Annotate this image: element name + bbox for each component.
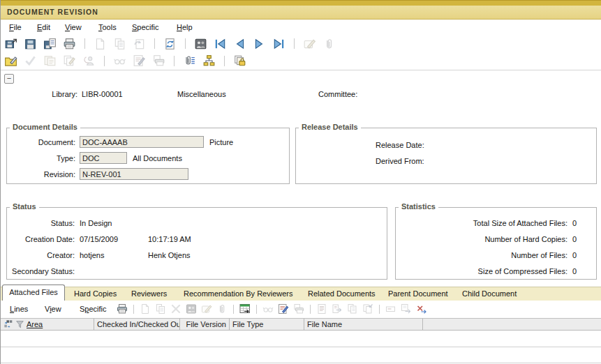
- list-item-icon[interactable]: [385, 303, 396, 314]
- unlink-icon[interactable]: [416, 303, 427, 314]
- document-revision-window: DOCUMENT REVISION File Edit View Tools S…: [0, 0, 601, 364]
- first-record-icon[interactable]: [214, 38, 227, 50]
- attached-files-table-header: Area Checked In/Checked Out File Version…: [1, 318, 601, 331]
- export-icon[interactable]: [401, 303, 412, 314]
- record-pivot-icon[interactable]: [3, 319, 14, 329]
- type-input[interactable]: [80, 152, 127, 164]
- new-icon[interactable]: [94, 38, 107, 50]
- creator-label: Creator:: [7, 251, 75, 259]
- submenu-lines[interactable]: Lines: [10, 301, 28, 317]
- table-row-divider: [1, 363, 601, 363]
- revision-input[interactable]: [80, 168, 188, 180]
- tab-attached-files[interactable]: Attached Files: [2, 285, 65, 301]
- copy-batch-icon[interactable]: [43, 54, 57, 67]
- undo-icon[interactable]: [133, 38, 146, 50]
- edit-doc-icon[interactable]: [278, 303, 289, 314]
- tab-parent-document[interactable]: Parent Document: [388, 287, 448, 301]
- view-doc-icon[interactable]: [262, 303, 274, 314]
- library-value: LIBR-00001: [82, 90, 123, 98]
- copy-icon[interactable]: [155, 303, 166, 314]
- doc-lines-icon[interactable]: [316, 303, 327, 314]
- next-record-icon[interactable]: [253, 38, 266, 50]
- save-icon[interactable]: [24, 38, 37, 50]
- status-group: Status Status: In Design Creation Date: …: [6, 207, 387, 280]
- copy-icon[interactable]: [113, 38, 126, 50]
- view-doc-icon[interactable]: [113, 54, 126, 67]
- table-details-icon[interactable]: [239, 303, 251, 314]
- separator: [379, 305, 380, 314]
- tab-related-documents[interactable]: Related Documents: [308, 287, 376, 301]
- document-input[interactable]: [80, 136, 204, 148]
- column-header-file-type: File Type: [230, 319, 304, 330]
- revision-label: Revision:: [7, 170, 75, 179]
- creator-name: Henk Otjens: [148, 251, 191, 259]
- table-row-divider: [1, 347, 601, 347]
- menu-help[interactable]: Help: [177, 20, 193, 34]
- release-date-label: Release Date:: [376, 141, 424, 149]
- tab-hard-copies[interactable]: Hard Copies: [74, 287, 117, 301]
- edit-note-icon[interactable]: [303, 38, 316, 50]
- save-as-icon[interactable]: [43, 38, 57, 50]
- hierarchy-icon[interactable]: [202, 54, 216, 67]
- menu-file[interactable]: File: [9, 20, 22, 34]
- statistics-group-title: Statistics: [399, 202, 438, 211]
- separator: [310, 305, 311, 314]
- delete-icon[interactable]: [170, 303, 181, 314]
- column-header-area[interactable]: Area: [27, 319, 43, 330]
- type-description: All Documents: [133, 154, 182, 162]
- print-icon[interactable]: [63, 38, 76, 50]
- window-top-strip: [1, 0, 601, 6]
- filter-icon[interactable]: [15, 319, 25, 329]
- save-close-icon[interactable]: [4, 38, 17, 50]
- stat-num-files-value: 0: [572, 251, 577, 259]
- print-doc-icon[interactable]: [152, 54, 165, 67]
- person-action-icon[interactable]: [82, 54, 96, 67]
- tab-child-document[interactable]: Child Document: [462, 287, 517, 301]
- new-icon[interactable]: [140, 303, 151, 314]
- type-label: Type:: [7, 154, 75, 162]
- attached-files-toolbar: Lines View Specific: [1, 301, 601, 317]
- column-header-area-cell: Area: [1, 319, 94, 330]
- collapse-region-button[interactable]: −: [4, 74, 14, 84]
- tab-reviewers[interactable]: Reviewers: [131, 287, 167, 301]
- tab-recommendation-by-reviewers[interactable]: Recommendation By Reviewers: [184, 287, 293, 301]
- menu-tools[interactable]: Tools: [98, 20, 117, 34]
- package-icon[interactable]: [233, 54, 246, 67]
- find-icon[interactable]: [194, 38, 207, 50]
- copy-edit-icon[interactable]: [63, 54, 76, 67]
- edit-note-icon[interactable]: [201, 303, 212, 314]
- attachment-list-icon[interactable]: [183, 54, 196, 67]
- print-icon[interactable]: [117, 303, 128, 314]
- refresh-icon[interactable]: [163, 38, 177, 50]
- print-doc-icon[interactable]: [293, 303, 304, 314]
- menu-specific[interactable]: Specific: [132, 20, 159, 34]
- attachment-icon[interactable]: [322, 38, 336, 50]
- last-record-icon[interactable]: [272, 38, 285, 50]
- doc-paste-icon[interactable]: [362, 303, 373, 314]
- secondary-status-label: Secondary Status:: [7, 267, 75, 275]
- column-header-checked: Checked In/Checked Out: [94, 319, 180, 330]
- doc-move-icon[interactable]: [332, 303, 343, 314]
- release-details-title: Release Details: [299, 123, 361, 131]
- submenu-view[interactable]: View: [45, 301, 61, 317]
- doc-copy-icon[interactable]: [347, 303, 358, 314]
- previous-record-icon[interactable]: [233, 38, 246, 50]
- separator: [294, 38, 295, 49]
- separator: [185, 38, 186, 49]
- window-title: DOCUMENT REVISION: [1, 6, 601, 20]
- column-header-file-name: File Name: [304, 319, 423, 330]
- edit-doc-icon[interactable]: [133, 54, 146, 67]
- find-icon[interactable]: [186, 303, 197, 314]
- approve-check-icon[interactable]: [24, 54, 37, 67]
- toolbar-divider: [1, 70, 601, 70]
- main-toolbar-row2: [1, 52, 601, 69]
- menu-view[interactable]: View: [65, 20, 82, 34]
- attachment-icon[interactable]: [216, 303, 228, 314]
- status-value: In Design: [80, 219, 112, 227]
- menu-edit[interactable]: Edit: [37, 20, 50, 34]
- folder-edit-icon[interactable]: [4, 54, 17, 67]
- creator-value: hotjens: [80, 251, 104, 259]
- submenu-specific[interactable]: Specific: [80, 301, 107, 317]
- release-details-group: Release Details Release Date: Derived Fr…: [295, 128, 597, 184]
- status-group-title: Status: [10, 202, 39, 211]
